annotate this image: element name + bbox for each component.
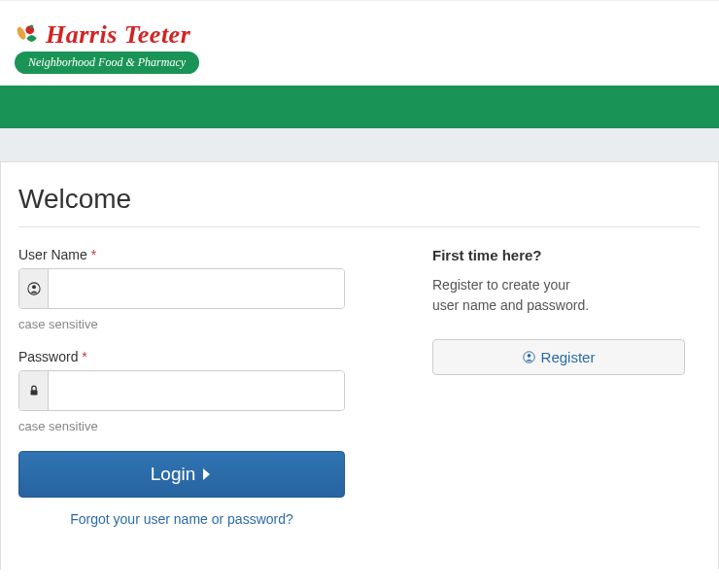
username-helper: case sensitive xyxy=(18,317,345,331)
svg-point-0 xyxy=(16,25,27,41)
lock-icon xyxy=(19,371,49,410)
spacer xyxy=(0,128,719,161)
header: Harris Teeter Neighborhood Food & Pharma… xyxy=(0,0,719,86)
register-panel: First time here? Register to create your… xyxy=(432,247,685,527)
username-input[interactable] xyxy=(49,269,344,308)
password-helper: case sensitive xyxy=(18,419,345,433)
forgot-link[interactable]: Forgot your user name or password? xyxy=(18,511,345,527)
user-icon xyxy=(523,351,535,363)
brand-name: Harris Teeter xyxy=(46,20,190,50)
register-text: Register to create your user name and pa… xyxy=(432,275,685,316)
login-button[interactable]: Login xyxy=(18,451,345,498)
password-input[interactable] xyxy=(49,371,344,410)
register-button[interactable]: Register xyxy=(432,339,685,375)
nav-bar xyxy=(0,86,719,128)
svg-point-2 xyxy=(30,25,34,29)
user-icon xyxy=(19,269,49,308)
password-label: Password * xyxy=(18,349,345,364)
logo-icon xyxy=(15,21,42,49)
register-button-label: Register xyxy=(541,349,596,365)
login-button-label: Login xyxy=(151,464,196,485)
register-heading: First time here? xyxy=(432,247,685,263)
svg-point-7 xyxy=(527,354,531,358)
svg-point-4 xyxy=(32,285,36,289)
brand-logo: Harris Teeter Neighborhood Food & Pharma… xyxy=(15,20,199,74)
main-panel: Welcome User Name * case sensitive Pass xyxy=(0,161,719,570)
brand-tagline: Neighborhood Food & Pharmacy xyxy=(15,52,199,74)
svg-rect-5 xyxy=(30,390,37,395)
page-title: Welcome xyxy=(18,184,701,227)
login-form: User Name * case sensitive Password * xyxy=(18,247,345,527)
username-label: User Name * xyxy=(18,247,345,262)
chevron-right-icon xyxy=(201,467,213,481)
